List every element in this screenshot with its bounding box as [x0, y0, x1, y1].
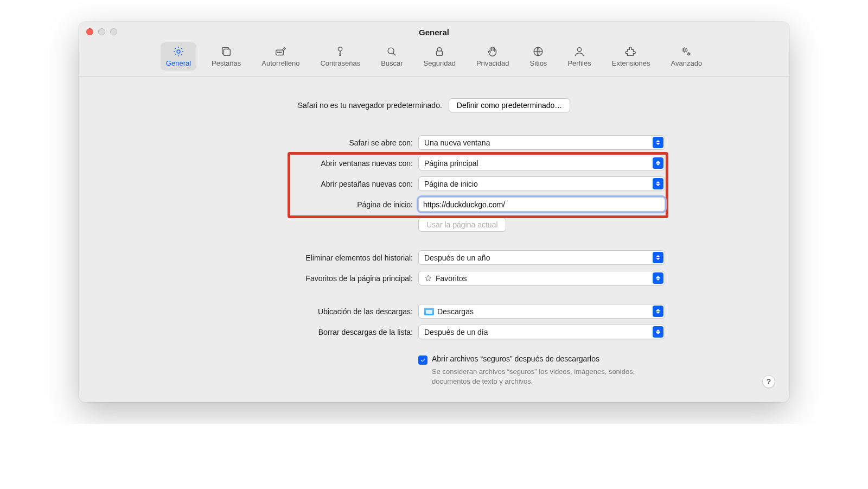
use-current-page-button[interactable]: Usar la página actual	[418, 218, 506, 232]
svg-point-5	[281, 52, 282, 53]
svg-point-7	[388, 48, 394, 54]
minimize-button[interactable]	[98, 28, 105, 35]
label-downloads-loc: Ubicación de las descargas:	[111, 307, 413, 316]
tab-avanzado[interactable]: Avanzado	[666, 42, 708, 71]
label-safari-opens: Safari se abre con:	[111, 138, 413, 147]
select-value: Después de un día	[424, 328, 488, 336]
select-safari-opens[interactable]: Una nueva ventana	[418, 135, 665, 150]
hand-icon	[485, 46, 500, 58]
tab-general[interactable]: General	[161, 42, 196, 71]
label-new-tabs: Abrir pestañas nuevas con:	[111, 180, 413, 188]
chevrons-icon	[653, 157, 663, 169]
close-button[interactable]	[86, 28, 93, 35]
tab-label: Autorrelleno	[261, 59, 299, 67]
zoom-button[interactable]	[110, 28, 117, 35]
tab-buscar[interactable]: Buscar	[375, 42, 408, 71]
help-button[interactable]: ?	[762, 375, 775, 388]
safe-files-label: Abrir archivos “seguros” después de desc…	[432, 354, 599, 363]
tab-extensiones[interactable]: Extensiones	[607, 42, 656, 71]
tab-label: Extensiones	[612, 59, 650, 67]
tab-label: General	[166, 59, 191, 67]
toolbar: General Pestañas Autorrelleno Contraseña…	[79, 42, 789, 77]
titlebar: General	[79, 22, 789, 42]
traffic-lights	[86, 28, 117, 35]
select-downloads-clear[interactable]: Después de un día	[418, 325, 665, 339]
default-browser-banner: Safari no es tu navegador predeterminado…	[111, 98, 757, 112]
tab-sitios[interactable]: Sitios	[525, 42, 553, 71]
tab-label: Buscar	[381, 59, 403, 67]
safe-files-hint: Se consideran archivos “seguros” los vid…	[432, 367, 660, 386]
label-history: Eliminar elementos del historial:	[111, 253, 413, 262]
preferences-window: General General Pestañas Autorrelleno	[79, 22, 789, 402]
select-history[interactable]: Después de un año	[418, 250, 665, 265]
tab-pestanas[interactable]: Pestañas	[206, 42, 246, 71]
tabs-icon	[219, 46, 234, 58]
label-favorites: Favoritos de la página principal:	[111, 274, 413, 283]
svg-rect-1	[224, 49, 231, 55]
select-value: Descargas	[437, 307, 474, 316]
select-downloads-loc[interactable]: Descargas	[418, 304, 665, 319]
svg-point-0	[177, 50, 180, 53]
svg-rect-8	[437, 51, 443, 55]
select-value: Favoritos	[436, 274, 467, 283]
select-new-tabs[interactable]: Página de inicio	[418, 176, 665, 191]
window-title: General	[419, 28, 449, 37]
tab-label: Perfiles	[567, 59, 591, 67]
select-new-windows[interactable]: Página principal	[418, 156, 665, 170]
svg-point-11	[684, 49, 686, 52]
chevrons-icon	[653, 137, 663, 148]
chevrons-icon	[653, 272, 663, 284]
safe-files-row: Abrir archivos “seguros” después de desc…	[418, 354, 757, 365]
tab-contrasenas[interactable]: Contraseñas	[315, 42, 366, 71]
default-browser-msg: Safari no es tu navegador predeterminado…	[298, 101, 442, 110]
chevrons-icon	[653, 252, 663, 263]
svg-point-3	[278, 52, 278, 53]
select-favorites[interactable]: Favoritos	[418, 271, 665, 285]
svg-point-12	[688, 53, 690, 55]
homepage-input[interactable]	[418, 197, 665, 212]
gears-icon	[679, 46, 694, 58]
folder-icon	[424, 308, 434, 315]
tab-label: Avanzado	[671, 59, 703, 67]
globe-icon	[531, 46, 546, 58]
star-icon	[424, 274, 432, 282]
safe-files-checkbox[interactable]	[418, 355, 427, 365]
label-new-windows: Abrir ventanas nuevas con:	[111, 159, 413, 168]
svg-point-6	[339, 47, 342, 51]
tab-label: Contraseñas	[320, 59, 360, 67]
select-value: Página de inicio	[424, 180, 478, 188]
svg-point-4	[279, 52, 280, 53]
tab-label: Seguridad	[424, 59, 456, 67]
label-homepage: Página de inicio:	[111, 200, 413, 209]
svg-point-10	[577, 48, 581, 52]
tab-seguridad[interactable]: Seguridad	[418, 42, 461, 71]
tab-label: Pestañas	[212, 59, 241, 67]
chevrons-icon	[653, 178, 663, 189]
tab-autorrelleno[interactable]: Autorrelleno	[256, 42, 305, 71]
label-downloads-clear: Borrar descargas de la lista:	[111, 328, 413, 336]
select-value: Después de un año	[424, 253, 490, 262]
select-value: Una nueva ventana	[424, 138, 490, 147]
pencil-box-icon	[273, 46, 288, 58]
puzzle-icon	[623, 46, 639, 58]
content-pane: Safari no es tu navegador predeterminado…	[79, 77, 789, 402]
set-default-button[interactable]: Definir como predeterminado…	[449, 98, 571, 112]
chevrons-icon	[653, 326, 663, 338]
tab-privacidad[interactable]: Privacidad	[471, 42, 515, 71]
lock-icon	[432, 46, 447, 58]
chevrons-icon	[653, 306, 663, 317]
tab-label: Sitios	[530, 59, 547, 67]
tab-perfiles[interactable]: Perfiles	[562, 42, 596, 71]
gear-icon	[171, 46, 186, 58]
search-icon	[384, 46, 399, 58]
tab-label: Privacidad	[476, 59, 509, 67]
person-icon	[572, 46, 587, 58]
key-icon	[333, 46, 348, 58]
select-value: Página principal	[424, 159, 478, 168]
